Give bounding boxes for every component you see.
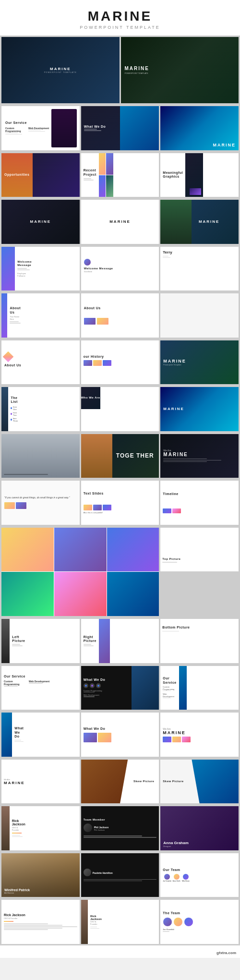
list-text-1: Item One	[13, 406, 19, 411]
slide-about-us-3: About Us	[1, 340, 80, 384]
our-history-title: our History	[84, 355, 104, 359]
paulette-header: Paulette Hamilton	[84, 869, 113, 878]
row-6: About Us our History MARINE Powerpoint T…	[0, 339, 240, 386]
os3-line-1	[163, 690, 171, 691]
row-11: Left Picture Right Picture Bottom Pictur…	[0, 617, 240, 665]
wam-light-logo: MARINE	[163, 730, 186, 735]
watermark-bar: gfxtra.com	[0, 945, 240, 958]
marine-photo-2-left	[160, 200, 192, 244]
wwd3-line-1	[14, 740, 21, 741]
anna-name: Anna Graham	[163, 841, 188, 845]
rick-line-2	[12, 836, 23, 837]
marine-landscape-sub: Powerpoint Template	[163, 363, 181, 366]
skew-1-img	[81, 760, 128, 804]
rick2-name: Rick Jackson	[4, 913, 25, 917]
slide-we-are-marine-dark: We Are MARINE	[160, 434, 239, 478]
skew-2-img	[192, 760, 239, 804]
arch-line	[4, 474, 48, 475]
sc2-2: Web Development	[29, 680, 52, 687]
service-img	[51, 109, 77, 147]
hero-photo-subtitle: POWERPOINT TEMPLATE	[125, 72, 149, 74]
row-17: Rick Jackson CEO & Founder Rick Jackson …	[0, 898, 240, 945]
service-cols-2: Custom Programming Web Development	[4, 680, 52, 687]
the-team-av-3	[184, 917, 193, 927]
our-team-title: Our Team	[163, 868, 180, 872]
tm-name-1: Jan Kowalski	[163, 880, 171, 882]
text-slides-title: Text Slides	[84, 492, 104, 496]
service-col-2-title: Web Development	[28, 127, 49, 130]
slide-architecture	[1, 434, 80, 478]
we-are-marine-dark-logo: MARINE	[163, 452, 188, 457]
terry-name: Terry	[163, 250, 172, 254]
top-picture-title: Top Picture	[162, 557, 180, 561]
ts-thumb-1	[84, 505, 92, 510]
text-line-3	[28, 130, 41, 131]
about-2-thumbs	[84, 318, 108, 325]
sc2-2-title: Web Development	[29, 680, 52, 683]
ta-1	[164, 874, 170, 880]
slide-marine-dark: MARINE	[1, 200, 80, 243]
skew-2-title: Skew Picture	[163, 780, 183, 783]
row-13: What We Do What We Do We Are MARINE	[0, 711, 240, 758]
skew-1-text: Skew Picture	[131, 777, 156, 786]
slide-terry: Terry	[160, 247, 239, 291]
text-line-4	[28, 131, 45, 132]
wam-thumb-2	[172, 737, 181, 742]
slide-our-history: our History	[81, 340, 159, 385]
slide-timeline: Timeline	[160, 481, 239, 525]
list-dot-1	[11, 407, 12, 409]
hero-slide-dark: MARINE POWERPOINT TEMPLATE	[1, 37, 120, 103]
slide-what-we-do: What We Do	[81, 106, 159, 150]
welcome-1-line-1	[17, 268, 26, 269]
ocean-marine-logo: MARINE	[213, 143, 236, 147]
rick-name: Rick Jackson	[12, 819, 25, 826]
wwd4-img-1	[84, 733, 97, 742]
tl2	[84, 180, 94, 181]
the-list-title: The List	[11, 396, 18, 404]
slide-marine-photo-2: MARINE	[160, 200, 239, 244]
welcome-1-img	[1, 247, 15, 290]
slide-together: TOGE THER	[81, 434, 159, 478]
text-line-2	[5, 134, 22, 135]
the-team-av-2	[173, 917, 183, 927]
recent-thumb-3	[99, 175, 106, 197]
ocean-marine-logo-wrap: MARINE	[213, 143, 236, 147]
the-team-title: The Team	[163, 911, 180, 915]
slide-marine-water: MARINE	[160, 387, 239, 431]
quote-thumbs	[4, 502, 26, 509]
slide-rick-2: Rick Jackson CEO & Founder	[1, 900, 80, 944]
slide-we-are-marine-2: We Are MARINE	[1, 760, 80, 803]
tm-name-3: Mike Brown	[181, 880, 190, 882]
rick3-img	[81, 900, 88, 944]
ic-1	[84, 683, 88, 688]
header-title: MARINE	[10, 9, 230, 24]
slide-marine-white: MARINE	[81, 200, 159, 244]
hero-dark-subtitle: POWERPOINT TEMPLATE	[44, 71, 77, 73]
row-15: Rick Jackson CEO & Founder Team Member P…	[0, 805, 240, 852]
text-line-5	[84, 129, 97, 130]
sc2-1: Custom Programming	[4, 680, 27, 687]
wwd-dark-line-1	[84, 692, 95, 693]
welcome-2-title: Welcome Message	[84, 267, 113, 270]
ic-dot-1	[85, 685, 87, 687]
list-text-2: Item Two	[13, 411, 19, 416]
about-1-title: About Us	[10, 306, 21, 315]
recent-thumb-2	[106, 153, 113, 175]
team-member-2: Anna Smith	[172, 874, 181, 882]
team-member-details: Phil Jackson Phil Jackson	[94, 826, 109, 831]
rick3-line-1	[90, 927, 97, 928]
os3-img	[179, 666, 187, 710]
tl-thumb-2	[172, 508, 181, 513]
text-slides-caption: Also this is compatible!	[84, 511, 103, 514]
slide-the-list: The List Item One Item Two Item Three	[1, 387, 80, 431]
our-service-3-title: Our Service	[163, 677, 176, 685]
slide-our-service-2: Our Service Custom Programming Web Devel…	[1, 666, 80, 710]
left-picture-title: Left Picture	[12, 635, 25, 643]
hero-photo-logo: MARINE	[125, 66, 149, 71]
slide-what-we-do-3: What We Do	[1, 713, 80, 756]
who-we-are-title: Who We Are	[81, 396, 100, 399]
mosaic-6	[107, 572, 159, 616]
hero-slide-photo: MARINE POWERPOINT TEMPLATE	[121, 37, 239, 103]
wam-thumb-3	[182, 737, 191, 742]
service-col-1: Custom Programming	[5, 127, 26, 135]
